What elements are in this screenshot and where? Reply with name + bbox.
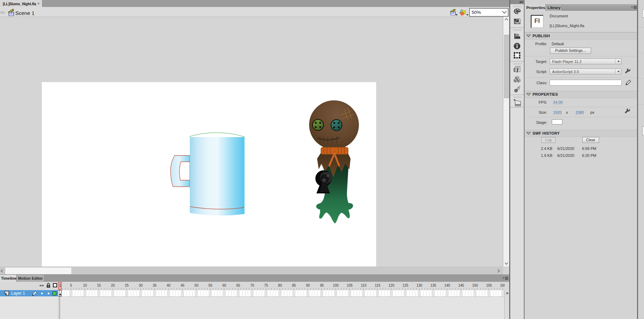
svg-text:}: } — [517, 67, 518, 72]
svg-text:{: { — [513, 67, 515, 72]
